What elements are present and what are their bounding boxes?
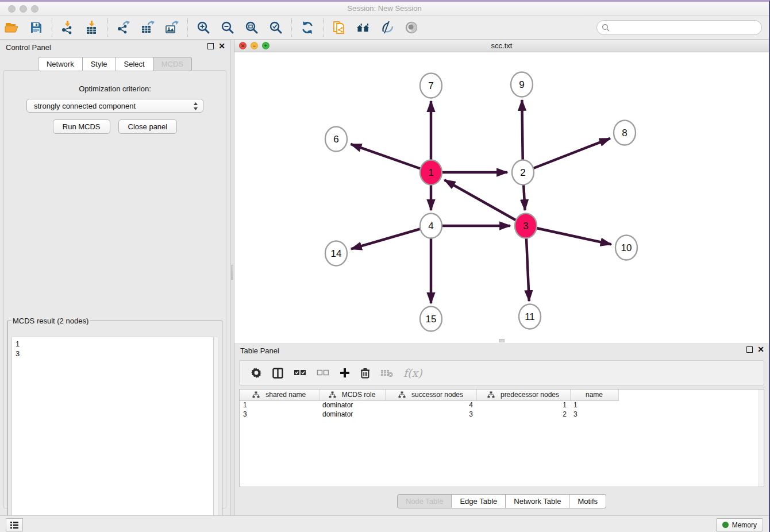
float-panel-icon[interactable] [207,43,214,49]
svg-text:11: 11 [525,311,535,322]
search-box[interactable] [596,20,762,35]
edge-4-14[interactable] [351,226,431,249]
save-session-icon[interactable] [29,20,44,35]
cell-name[interactable]: 3 [570,410,618,419]
cell-name[interactable]: 1 [570,400,618,410]
cell-predecessor-nodes[interactable]: 1 [476,400,570,410]
close-panel-icon[interactable]: ✕ [218,42,225,50]
result-scrollbar[interactable] [214,337,218,530]
mcds-result-textarea[interactable]: 1 3 [11,337,214,530]
delete-table-icon[interactable] [380,368,393,377]
node-3[interactable]: 3 [515,214,537,238]
zoom-selected-icon[interactable] [268,20,283,35]
refresh-icon[interactable] [300,20,315,35]
svg-text:1: 1 [428,167,433,178]
add-column-icon[interactable] [340,368,350,378]
open-file-icon[interactable] [5,20,20,35]
zoom-fit-icon[interactable] [244,20,259,35]
splitter-grip[interactable] [231,265,233,280]
node-11[interactable]: 11 [519,304,541,329]
node-10[interactable]: 10 [615,236,637,260]
svg-text:4: 4 [428,221,433,232]
cell-shared-name[interactable]: 3 [240,410,319,419]
table-tab-network-table[interactable]: Network Table [506,494,569,508]
column-header-shared-name[interactable]: shared name [240,390,319,400]
import-table-icon[interactable] [84,20,99,35]
network-window-titlebar[interactable]: ✕ − + scc.txt [234,40,769,52]
node-2[interactable]: 2 [512,160,534,185]
edge-2-8[interactable] [523,138,610,172]
edge-3-1[interactable] [445,180,526,226]
node-7[interactable]: 7 [420,74,442,98]
column-header-successor-nodes[interactable]: successor nodes [385,390,476,400]
table-row[interactable]: 3dominator323 [240,410,625,419]
export-image-icon[interactable] [164,20,179,35]
zoom-in-icon[interactable] [196,20,211,35]
zoom-out-icon[interactable] [220,20,235,35]
clone-network-icon[interactable] [332,20,346,35]
cell-successor-nodes[interactable]: 3 [385,410,476,419]
cell-successor-nodes[interactable]: 4 [385,400,476,410]
cell-shared-name[interactable]: 1 [240,400,319,410]
toolbar-separator [187,18,188,37]
application-window: Session: New Session [0,0,770,532]
tab-style[interactable]: Style [83,57,116,71]
export-table-icon[interactable] [140,20,155,35]
node-4[interactable]: 4 [420,214,442,238]
node-15[interactable]: 15 [420,307,442,331]
node-1[interactable]: 1 [420,160,442,185]
cell-MCDS-role[interactable]: dominator [319,410,385,419]
gear-icon[interactable] [251,367,262,379]
close-panel-button[interactable]: Close panel [118,119,178,134]
node-9[interactable]: 9 [511,72,533,97]
svg-text:9: 9 [519,79,524,90]
table-scrollbar[interactable] [759,390,764,487]
edge-1-6[interactable] [351,144,431,172]
cell-predecessor-nodes[interactable]: 2 [476,410,570,419]
unselect-all-icon[interactable] [317,369,329,377]
home-icon[interactable] [356,20,371,35]
column-header-predecessor-nodes[interactable]: predecessor nodes [476,390,570,400]
task-history-button[interactable] [6,518,23,531]
column-header-filler [618,390,625,400]
node-14[interactable]: 14 [325,241,347,266]
optimization-criterion-dropdown[interactable]: strongly connected component [26,99,203,113]
search-input[interactable] [614,24,761,32]
network-canvas[interactable]: 1234678910111415 [234,52,769,342]
hide-graphics-icon[interactable] [380,20,395,35]
function-builder-icon[interactable]: f(x) [403,367,422,379]
tab-mcds[interactable]: MCDS [153,57,192,71]
export-network-icon[interactable] [116,20,131,35]
control-panel: Control Panel ✕ NetworkStyleSelectMCDS O… [0,40,230,515]
select-all-icon[interactable] [294,369,306,377]
table-tab-motifs[interactable]: Motifs [569,494,606,508]
svg-text:3: 3 [523,221,528,232]
run-mcds-button[interactable]: Run MCDS [53,119,110,134]
tab-select[interactable]: Select [116,57,153,71]
table-panel-title: Table Panel [240,346,279,355]
edge-3-10[interactable] [526,226,611,244]
columns-icon[interactable] [272,368,283,379]
table-tab-node-table[interactable]: Node Table [397,494,452,508]
tab-network[interactable]: Network [38,57,83,71]
svg-text:8: 8 [622,128,627,138]
network-resize-grip[interactable] [499,339,505,342]
float-table-panel-icon[interactable] [746,346,753,353]
panel-splitter[interactable] [230,40,234,515]
node-8[interactable]: 8 [614,121,636,145]
node-6[interactable]: 6 [325,127,347,152]
table-tabs: Node TableEdge TableNetwork TableMotifs [234,494,769,508]
main-toolbar [0,16,769,40]
table-tab-edge-table[interactable]: Edge Table [452,494,506,508]
import-network-icon[interactable] [60,20,75,35]
close-table-panel-icon[interactable]: ✕ [757,345,764,353]
delete-column-icon[interactable] [360,368,370,379]
control-panel-tabs: NetworkStyleSelectMCDS [0,57,230,71]
table-row[interactable]: 1dominator411 [240,400,625,410]
memory-button[interactable]: Memory [716,518,763,531]
show-graphics-icon[interactable] [404,20,419,35]
network-graph: 1234678910111415 [234,52,769,342]
column-header-name[interactable]: name [570,390,618,400]
cell-MCDS-role[interactable]: dominator [319,400,385,410]
column-header-MCDS-role[interactable]: MCDS role [319,390,385,400]
